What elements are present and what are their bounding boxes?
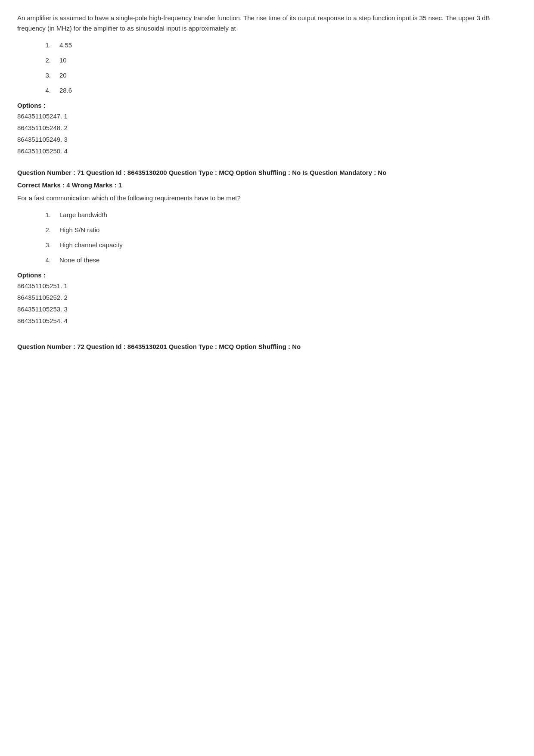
q70-option-4-num: 4. — [43, 87, 51, 94]
q71-option-entry-2: 864351105252. 2 — [17, 294, 517, 301]
q70-options-label: Options : — [17, 102, 517, 109]
q70-option-entry-2: 864351105248. 2 — [17, 124, 517, 131]
q70-option-entry-1: 864351105247. 1 — [17, 112, 517, 120]
q70-option-2: 2. 10 — [43, 56, 517, 64]
q70-option-3-text: 20 — [59, 72, 67, 79]
q71-option-3-num: 3. — [43, 241, 51, 249]
q71-option-3: 3. High channel capacity — [43, 241, 517, 249]
q71-options-list: 1. Large bandwidth 2. High S/N ratio 3. … — [43, 211, 517, 264]
q70-option-1-text: 4.55 — [59, 41, 72, 49]
q71-meta: Question Number : 71 Question Id : 86435… — [17, 168, 517, 178]
q70-option-1-num: 1. — [43, 41, 51, 49]
q70-option-entry-4: 864351105250. 4 — [17, 147, 517, 155]
q71-option-entry-3: 864351105253. 3 — [17, 305, 517, 313]
q70-options-list: 1. 4.55 2. 10 3. 20 4. 28.6 — [43, 41, 517, 94]
q70-option-2-text: 10 — [59, 56, 67, 64]
q70-option-3-num: 3. — [43, 72, 51, 79]
q70-question-text: An amplifier is assumed to have a single… — [17, 13, 517, 34]
q71-option-3-text: High channel capacity — [59, 241, 123, 249]
q70-option-3: 3. 20 — [43, 72, 517, 79]
q71-option-1-num: 1. — [43, 211, 51, 218]
q70-option-4: 4. 28.6 — [43, 87, 517, 94]
q70-option-4-text: 28.6 — [59, 87, 72, 94]
q71-option-2-num: 2. — [43, 226, 51, 233]
q71-option-entry-4: 864351105254. 4 — [17, 317, 517, 324]
q70-option-1: 1. 4.55 — [43, 41, 517, 49]
q71-option-2: 2. High S/N ratio — [43, 226, 517, 233]
q71-option-4-num: 4. — [43, 256, 51, 264]
q71-question-text: For a fast communication which of the fo… — [17, 193, 517, 203]
q70-option-entry-3: 864351105249. 3 — [17, 136, 517, 143]
q71-marks: Correct Marks : 4 Wrong Marks : 1 — [17, 181, 517, 189]
q72-meta: Question Number : 72 Question Id : 86435… — [17, 342, 517, 352]
q71-option-1: 1. Large bandwidth — [43, 211, 517, 218]
q71-option-2-text: High S/N ratio — [59, 226, 99, 233]
q70-option-2-num: 2. — [43, 56, 51, 64]
q71-option-1-text: Large bandwidth — [59, 211, 107, 218]
q71-options-label: Options : — [17, 271, 517, 279]
q71-option-entry-1: 864351105251. 1 — [17, 282, 517, 289]
q71-option-4-text: None of these — [59, 256, 99, 264]
q71-option-4: 4. None of these — [43, 256, 517, 264]
